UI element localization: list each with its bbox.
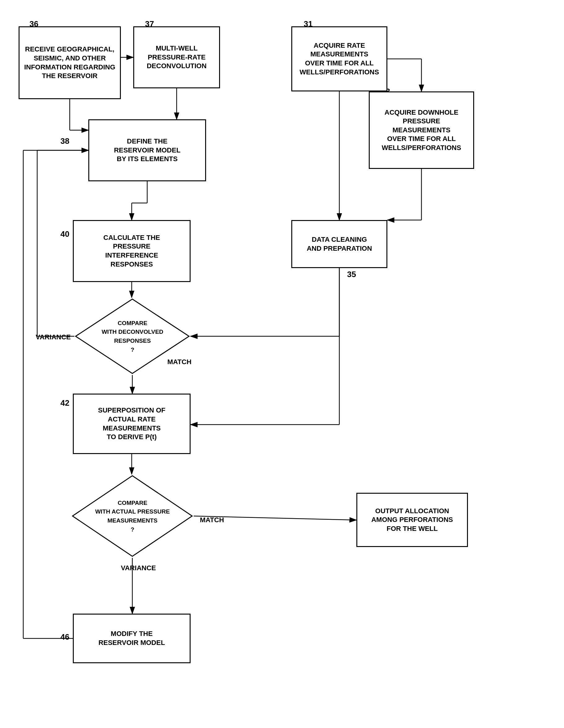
- label-variance2: VARIANCE: [121, 564, 156, 572]
- flowchart-container: 36 37 31 33 38 40 41 42 44 46 48 35 RECE…: [0, 0, 564, 728]
- box-33: ACQUIRE DOWNHOLE PRESSURE MEASUREMENTS O…: [369, 91, 474, 169]
- box-40: CALCULATE THE PRESSURE INTERFERENCE RESP…: [73, 220, 191, 282]
- label-match2: MATCH: [200, 516, 224, 524]
- label-35: 35: [347, 270, 356, 279]
- box-48: OUTPUT ALLOCATION AMONG PERFORATIONS FOR…: [356, 493, 468, 547]
- box-38: DEFINE THE RESERVOIR MODEL BY ITS ELEMEN…: [88, 119, 206, 181]
- label-variance1: VARIANCE: [36, 333, 71, 341]
- box-35: DATA CLEANING AND PREPARATION: [291, 220, 387, 268]
- label-46: 46: [60, 632, 69, 642]
- label-38: 38: [60, 136, 69, 146]
- diamond-44: COMPARE WITH ACTUAL PRESSURE MEASUREMENT…: [71, 474, 194, 558]
- label-40: 40: [60, 229, 69, 239]
- box-37: MULTI-WELL PRESSURE-RATE DECONVOLUTION: [133, 26, 220, 88]
- box-36: RECEIVE GEOGRAPHICAL, SEISMIC, AND OTHER…: [19, 26, 121, 99]
- label-match1: MATCH: [167, 358, 192, 366]
- box-31: ACQUIRE RATE MEASUREMENTS OVER TIME FOR …: [291, 26, 387, 91]
- box-42: SUPERPOSITION OF ACTUAL RATE MEASUREMENT…: [73, 394, 191, 454]
- box-46: MODIFY THE RESERVOIR MODEL: [73, 614, 191, 663]
- label-42: 42: [60, 398, 69, 408]
